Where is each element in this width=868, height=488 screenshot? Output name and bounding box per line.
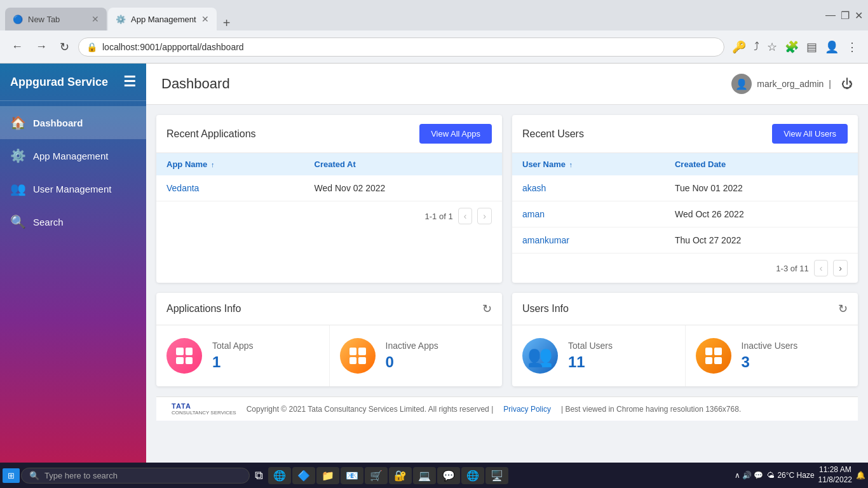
user-management-icon: 👥: [10, 181, 25, 196]
sidebar-nav: 🏠 Dashboard ⚙️ App Management 👥 User Man…: [0, 101, 146, 243]
taskbar: ⊞ 🔍 Type here to search ⧉ 🌐 🔷 📁 📧 🛒 🔐 💻 …: [0, 463, 868, 488]
sidebar-item-user-management[interactable]: 👥 User Management: [0, 172, 146, 205]
star-icon[interactable]: ☆: [764, 37, 780, 57]
share-icon[interactable]: ⤴: [751, 37, 762, 56]
newtab-favicon: 🔵: [13, 14, 23, 24]
sidebar-item-search[interactable]: 🔍 Search: [0, 205, 146, 238]
sidebar-label-app-management: App Management: [33, 151, 108, 161]
extension-icon[interactable]: 🧩: [782, 37, 801, 57]
page-title: Dashboard: [161, 76, 230, 92]
users-info-title: Users Info: [522, 303, 569, 315]
new-tab-button[interactable]: +: [218, 16, 236, 30]
forward-button[interactable]: →: [32, 37, 51, 56]
app-name-sort-icon: ↑: [211, 161, 215, 168]
username: mark_org_admin: [757, 79, 824, 89]
taskbar-app7-icon[interactable]: 💬: [437, 467, 460, 484]
total-users-icon: 👥: [522, 338, 558, 374]
user-name-link[interactable]: amankumar: [522, 235, 569, 245]
more-icon[interactable]: ⋮: [844, 37, 860, 57]
taskbar-mail-icon[interactable]: 📧: [341, 467, 363, 484]
total-apps-value: 1: [212, 353, 254, 371]
total-users-value: 11: [568, 353, 613, 371]
user-name-link[interactable]: aman: [522, 209, 545, 219]
recent-applications-header: Recent Applications View All Apps: [156, 115, 502, 153]
user-created-date: Tue Nov 01 2022: [665, 175, 858, 201]
apps-refresh-icon[interactable]: ↻: [482, 302, 492, 316]
sidebar-icon[interactable]: ▤: [804, 37, 820, 57]
start-button[interactable]: ⊞: [3, 468, 20, 483]
appmanagement-close[interactable]: ✕: [201, 14, 209, 24]
sidebar-toggle[interactable]: ☰: [123, 74, 136, 90]
taskbar-app6-icon[interactable]: 💻: [413, 467, 436, 484]
users-info-header: Users Info ↻: [512, 293, 858, 325]
weather-icon: 🌤: [767, 471, 775, 480]
taskbar-search[interactable]: 🔍 Type here to search: [21, 468, 250, 484]
users-next-button[interactable]: ›: [833, 260, 848, 276]
grid-icon-inactive-users: [705, 348, 722, 364]
app-created-at: Wed Nov 02 2022: [304, 175, 502, 201]
footer-copyright: Copyright © 2021 Tata Consultancy Servic…: [247, 405, 494, 414]
apps-next-button[interactable]: ›: [477, 208, 492, 224]
power-icon[interactable]: ⏻: [841, 78, 853, 91]
maximize-button[interactable]: ❐: [841, 10, 850, 22]
appmanagement-label: App Management: [131, 15, 196, 24]
users-refresh-icon[interactable]: ↻: [838, 302, 848, 316]
taskbar-chrome-icon[interactable]: 🌐: [268, 467, 291, 484]
taskbar-task-view[interactable]: ⧉: [251, 466, 267, 485]
privacy-policy-link[interactable]: Privacy Policy: [503, 405, 551, 414]
profile-icon[interactable]: 👤: [822, 37, 841, 57]
taskbar-app9-icon[interactable]: 🖥️: [485, 467, 508, 484]
weather-text: 26°C Haze: [777, 471, 814, 480]
address-bar[interactable]: 🔒 localhost:9001/appportal/dashboard: [78, 37, 724, 57]
grid-icon-total-apps: [176, 348, 193, 364]
users-prev-button[interactable]: ‹: [814, 260, 829, 276]
table-row: Vedanta Wed Nov 02 2022: [156, 175, 502, 201]
taskbar-tray-icons: ∧ 🔊 💬: [735, 471, 764, 480]
taskbar-store-icon[interactable]: 🛒: [365, 467, 388, 484]
table-header-row: App Name ↑ Created At: [156, 153, 502, 175]
view-all-apps-button[interactable]: View All Apps: [419, 124, 492, 144]
refresh-button[interactable]: ↻: [56, 37, 73, 57]
notification-icon[interactable]: 🔔: [856, 471, 865, 480]
clock: 11:28 AM: [818, 465, 852, 475]
sidebar-item-dashboard[interactable]: 🏠 Dashboard: [0, 106, 146, 139]
users-info-panel: Users Info ↻ 👥 Total Users 11: [512, 293, 858, 386]
close-button[interactable]: ✕: [855, 10, 863, 22]
tab-newtab[interactable]: 🔵 New Tab ✕: [5, 8, 107, 30]
view-all-users-button[interactable]: View All Users: [772, 124, 848, 144]
newtab-close[interactable]: ✕: [92, 14, 99, 24]
lock-icon: 🔒: [86, 42, 97, 52]
taskbar-search-icon: 🔍: [29, 471, 39, 480]
dashboard-body: Recent Applications View All Apps App Na…: [146, 105, 868, 488]
tab-appmanagement[interactable]: ⚙️ App Management ✕: [108, 8, 217, 30]
taskbar-files-icon[interactable]: 📁: [316, 467, 339, 484]
user-name-link[interactable]: akash: [522, 183, 546, 193]
applications-info-panel: Applications Info ↻: [156, 293, 502, 386]
toolbar-icons: 🔑 ⤴ ☆ 🧩 ▤ 👤 ⋮: [729, 37, 860, 57]
inactive-apps-label: Inactive Apps: [386, 341, 438, 351]
app-name-link[interactable]: Vedanta: [166, 183, 199, 193]
inactive-users-card: Inactive Users 3: [686, 325, 858, 386]
minimize-button[interactable]: —: [825, 10, 836, 22]
key-icon[interactable]: 🔑: [729, 37, 749, 57]
inactive-apps-text: Inactive Apps 0: [386, 341, 438, 371]
col-created-at: Created At: [304, 153, 502, 175]
col-app-name-label: App Name: [166, 159, 207, 169]
table-row: aman Wed Oct 26 2022: [512, 201, 858, 227]
app-management-icon: ⚙️: [10, 148, 25, 163]
apps-prev-button[interactable]: ‹: [458, 208, 473, 224]
taskbar-app8-icon[interactable]: 🌐: [461, 467, 484, 484]
users-pagination: 1-3 of 11 ‹ ›: [512, 254, 858, 283]
sidebar-item-app-management[interactable]: ⚙️ App Management: [0, 139, 146, 172]
appmanagement-favicon: ⚙️: [116, 14, 126, 24]
back-button[interactable]: ←: [8, 37, 27, 56]
date-display: 11/8/2022: [818, 475, 852, 485]
recent-users-header: Recent Users View All Users: [512, 115, 858, 153]
main-content: Dashboard 👤 mark_org_admin | ⏻ Recent Ap…: [146, 64, 868, 488]
inactive-apps-icon: [340, 338, 376, 374]
apps-pagination: 1-1 of 1 ‹ ›: [156, 201, 502, 231]
recent-applications-table: App Name ↑ Created At Vedanta Wed Nov 02…: [156, 153, 502, 201]
taskbar-edge-icon[interactable]: 🔷: [292, 467, 315, 484]
taskbar-app5-icon[interactable]: 🔐: [389, 467, 412, 484]
total-users-text: Total Users 11: [568, 341, 613, 371]
